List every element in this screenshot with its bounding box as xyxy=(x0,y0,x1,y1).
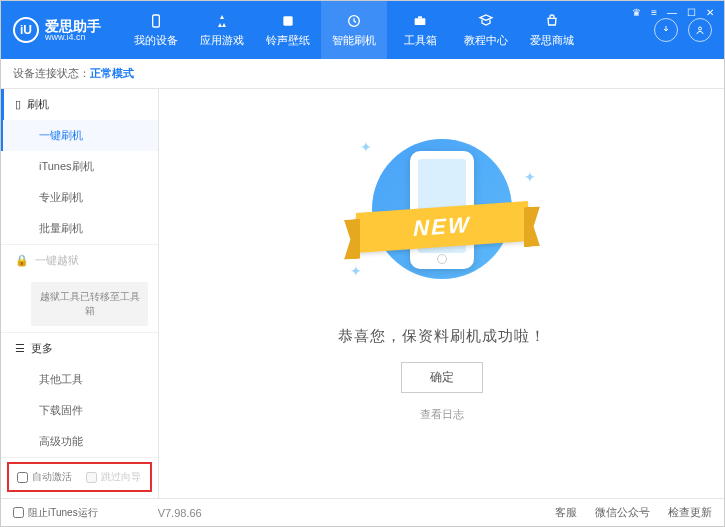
toolbox-icon xyxy=(411,12,429,30)
status-label: 设备连接状态： xyxy=(13,66,90,81)
app-header: ♛ ≡ — ☐ ✕ iU 爱思助手 www.i4.cn 我的设备 应用游戏 xyxy=(1,1,724,59)
app-title: 爱思助手 xyxy=(45,19,101,33)
footer-update[interactable]: 检查更新 xyxy=(668,505,712,520)
highlighted-options: 自动激活 跳过向导 xyxy=(7,462,152,492)
status-value: 正常模式 xyxy=(90,66,134,81)
flash-icon xyxy=(345,12,363,30)
sidebar-item-firmware[interactable]: 下载固件 xyxy=(1,395,158,426)
download-button[interactable] xyxy=(654,18,678,42)
store-icon xyxy=(543,12,561,30)
footer: 阻止iTunes运行 V7.98.66 客服 微信公众号 检查更新 xyxy=(1,498,724,526)
checkbox-label: 跳过向导 xyxy=(101,470,141,484)
nav-flash[interactable]: 智能刷机 xyxy=(321,1,387,59)
nav-label: 智能刷机 xyxy=(332,33,376,48)
checkbox-label: 自动激活 xyxy=(32,470,72,484)
version-label: V7.98.66 xyxy=(158,507,202,519)
main-nav: 我的设备 应用游戏 铃声壁纸 智能刷机 工具箱 教程中心 xyxy=(123,1,654,59)
nav-store[interactable]: 爱思商城 xyxy=(519,1,585,59)
svg-rect-3 xyxy=(415,18,426,25)
maximize-icon[interactable]: ☐ xyxy=(685,5,698,20)
status-bar: 设备连接状态： 正常模式 xyxy=(1,59,724,89)
checkbox-input xyxy=(86,472,97,483)
auto-activate-checkbox[interactable]: 自动激活 xyxy=(17,470,72,484)
footer-support[interactable]: 客服 xyxy=(555,505,577,520)
main-content: ✦ ✦ ✦ NEW 恭喜您，保资料刷机成功啦！ 确定 查看日志 xyxy=(159,89,724,498)
nav-label: 工具箱 xyxy=(404,33,437,48)
sidebar: ▯ 刷机 一键刷机 iTunes刷机 专业刷机 批量刷机 🔒 一键越狱 越狱工具… xyxy=(1,89,159,498)
block-itunes-checkbox[interactable]: 阻止iTunes运行 xyxy=(13,506,98,520)
logo-badge: iU xyxy=(13,17,39,43)
ok-button[interactable]: 确定 xyxy=(401,362,483,393)
nav-label: 爱思商城 xyxy=(530,33,574,48)
ribbon-text: NEW xyxy=(413,212,470,242)
success-message: 恭喜您，保资料刷机成功啦！ xyxy=(338,327,546,346)
app-url: www.i4.cn xyxy=(45,33,101,42)
sidebar-item-oneclick[interactable]: 一键刷机 xyxy=(1,120,158,151)
nav-label: 教程中心 xyxy=(464,33,508,48)
sidebar-item-pro[interactable]: 专业刷机 xyxy=(1,182,158,213)
nav-my-device[interactable]: 我的设备 xyxy=(123,1,189,59)
apps-icon xyxy=(213,12,231,30)
checkbox-input[interactable] xyxy=(13,507,24,518)
menu-icon[interactable]: ≡ xyxy=(649,5,659,20)
footer-wechat[interactable]: 微信公众号 xyxy=(595,505,650,520)
view-log-link[interactable]: 查看日志 xyxy=(420,407,464,422)
success-illustration: ✦ ✦ ✦ NEW xyxy=(342,129,542,309)
nav-toolbox[interactable]: 工具箱 xyxy=(387,1,453,59)
gift-icon[interactable]: ♛ xyxy=(630,5,643,20)
nav-ringtones[interactable]: 铃声壁纸 xyxy=(255,1,321,59)
sidebar-item-batch[interactable]: 批量刷机 xyxy=(1,213,158,244)
skip-guide-checkbox[interactable]: 跳过向导 xyxy=(86,470,141,484)
minimize-icon[interactable]: — xyxy=(665,5,679,20)
sidebar-item-othertools[interactable]: 其他工具 xyxy=(1,364,158,395)
sidebar-header-jailbreak: 🔒 一键越狱 xyxy=(1,245,158,276)
user-button[interactable] xyxy=(688,18,712,42)
sidebar-header-flash[interactable]: ▯ 刷机 xyxy=(1,89,158,120)
nav-tutorials[interactable]: 教程中心 xyxy=(453,1,519,59)
jailbreak-note: 越狱工具已转移至工具箱 xyxy=(31,282,148,326)
close-icon[interactable]: ✕ xyxy=(704,5,716,20)
nav-apps[interactable]: 应用游戏 xyxy=(189,1,255,59)
sidebar-item-advanced[interactable]: 高级功能 xyxy=(1,426,158,457)
device-icon xyxy=(147,12,165,30)
checkbox-label: 阻止iTunes运行 xyxy=(28,506,98,520)
list-icon: ☰ xyxy=(15,342,25,355)
lock-icon: 🔒 xyxy=(15,254,29,267)
sidebar-item-itunes[interactable]: iTunes刷机 xyxy=(1,151,158,182)
sidebar-header-label: 更多 xyxy=(31,341,53,356)
svg-rect-4 xyxy=(418,16,422,18)
tutorial-icon xyxy=(477,12,495,30)
sidebar-header-more[interactable]: ☰ 更多 xyxy=(1,333,158,364)
nav-label: 铃声壁纸 xyxy=(266,33,310,48)
svg-rect-0 xyxy=(153,15,160,27)
svg-rect-1 xyxy=(283,16,292,25)
sidebar-header-label: 刷机 xyxy=(27,97,49,112)
sidebar-header-label: 一键越狱 xyxy=(35,253,79,268)
logo: iU 爱思助手 www.i4.cn xyxy=(13,17,101,43)
svg-point-5 xyxy=(699,27,702,30)
window-controls: ♛ ≡ — ☐ ✕ xyxy=(630,5,716,20)
phone-icon: ▯ xyxy=(15,98,21,111)
nav-label: 我的设备 xyxy=(134,33,178,48)
ringtone-icon xyxy=(279,12,297,30)
nav-label: 应用游戏 xyxy=(200,33,244,48)
checkbox-input[interactable] xyxy=(17,472,28,483)
